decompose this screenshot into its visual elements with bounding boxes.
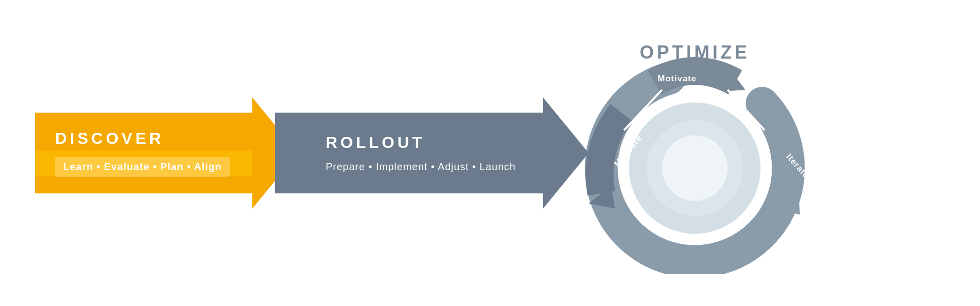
rollout-title: ROLLOUT <box>326 133 568 152</box>
rollout-arrow: ROLLOUT Prepare • Implement • Adjust • L… <box>275 97 589 209</box>
motivate-text: Motivate <box>658 74 697 83</box>
optimize-title: OPTIMIZE <box>573 42 816 63</box>
svg-point-7 <box>662 135 728 201</box>
discover-title: DISCOVER <box>55 129 252 148</box>
discover-arrow: DISCOVER Learn • Evaluate • Plan • Align <box>35 97 298 209</box>
rollout-content: ROLLOUT Prepare • Implement • Adjust • L… <box>305 97 568 209</box>
rollout-subtitle: Prepare • Implement • Adjust • Launch <box>326 161 568 173</box>
discover-content: DISCOVER Learn • Evaluate • Plan • Align <box>35 97 252 209</box>
optimize-section: OPTIMIZE Measure <box>573 32 816 274</box>
discover-subtitle: Learn • Evaluate • Plan • Align <box>55 157 230 177</box>
optimize-svg: Measure Motivate Iterate <box>573 32 816 274</box>
diagram-container: DISCOVER Learn • Evaluate • Plan • Align… <box>35 27 945 279</box>
